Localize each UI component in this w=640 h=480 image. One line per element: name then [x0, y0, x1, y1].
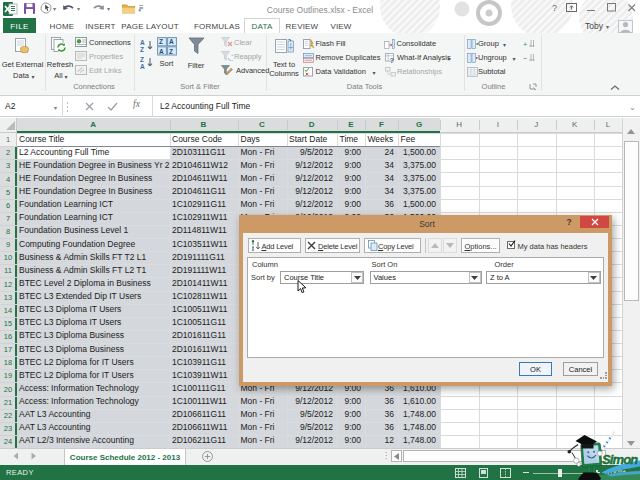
svg-text:Z: Z — [159, 38, 163, 45]
svg-text:Z: Z — [140, 56, 144, 63]
svg-text:A: A — [140, 63, 145, 69]
svg-text:A: A — [140, 39, 145, 46]
svg-text:−: − — [523, 54, 528, 63]
svg-text:Z: Z — [140, 46, 144, 52]
svg-text:A: A — [169, 38, 174, 45]
svg-text:Simon: Simon — [602, 452, 638, 467]
svg-text:Z: Z — [169, 47, 173, 54]
svg-text:A: A — [159, 47, 164, 54]
svg-text:+: + — [523, 40, 528, 49]
svg-text:?: ? — [389, 56, 394, 63]
